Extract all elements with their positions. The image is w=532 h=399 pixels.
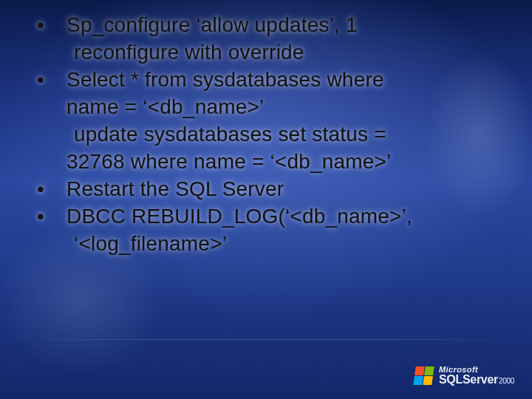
bullet-item: Sp_configure ‘allow updates’, 1 [31, 12, 517, 39]
slide: Sp_configure ‘allow updates’, 1 reconfig… [0, 0, 532, 399]
bullet-list: Sp_configure ‘allow updates’, 1 reconfig… [31, 12, 517, 258]
bullet-text: DBCC REBUILD_LOG(‘<db_name>’, [66, 205, 412, 228]
bullet-wrap: name = ‘<db_name>’ [31, 94, 517, 121]
logo-text: Microsoft SQLServer2000 [439, 366, 514, 386]
bullet-wrap: 32768 where name = ‘<db_name>’ [31, 149, 517, 176]
slide-body: Sp_configure ‘allow updates’, 1 reconfig… [31, 12, 517, 258]
bullet-continuation: update sysdatabases set status = [31, 121, 517, 149]
bullet-item: Select * from sysdatabases where [31, 66, 517, 94]
bullet-text: Select * from sysdatabases where [66, 68, 384, 91]
logo-year: 2000 [499, 377, 514, 385]
logo-product: SQLServer2000 [439, 374, 514, 386]
bullet-item: Restart the SQL Server [31, 176, 517, 203]
bullet-text: Sp_configure ‘allow updates’, 1 [66, 13, 358, 36]
bullet-item: DBCC REBUILD_LOG(‘<db_name>’, [31, 203, 517, 231]
bullet-text: Restart the SQL Server [66, 177, 284, 200]
logo-vendor: Microsoft [439, 366, 514, 374]
bullet-continuation: ‘<log_filename>’ [31, 231, 517, 258]
logo-product-name: SQLServer [439, 373, 498, 386]
footer-logo: Microsoft SQLServer2000 [415, 366, 514, 386]
bullet-continuation: reconfigure with override [31, 39, 517, 66]
divider-line [0, 339, 532, 340]
microsoft-flag-icon [413, 366, 434, 385]
